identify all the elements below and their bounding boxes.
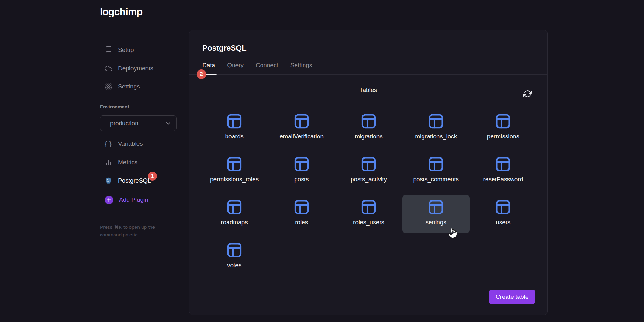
- sidebar-item-postgresql[interactable]: PostgreSQL: [100, 174, 179, 187]
- table-item-votes[interactable]: votes: [201, 238, 268, 276]
- book-icon: [105, 46, 112, 54]
- table-label: boards: [225, 133, 244, 140]
- table-item-roles_users[interactable]: roles_users: [335, 195, 402, 233]
- chevron-down-icon: [165, 120, 172, 127]
- table-label: migrations_lock: [415, 133, 457, 140]
- table-item-roadmaps[interactable]: roadmaps: [201, 195, 268, 233]
- table-label: votes: [227, 262, 242, 269]
- sidebar-item-settings[interactable]: Settings: [100, 80, 179, 93]
- table-icon: [361, 156, 377, 172]
- table-label: roadmaps: [221, 219, 248, 226]
- table-item-posts_comments[interactable]: posts_comments: [402, 152, 470, 190]
- tab-settings[interactable]: Settings: [290, 62, 312, 74]
- table-label: roles_users: [353, 219, 384, 226]
- sidebar-item-label: PostgreSQL: [118, 177, 151, 184]
- sidebar-item-label: Deployments: [118, 65, 153, 72]
- table-label: users: [496, 219, 510, 226]
- table-item-emailVerification[interactable]: emailVerification: [268, 109, 335, 147]
- postgresql-panel: PostgreSQL Data Query Connect Settings 2…: [189, 30, 548, 315]
- table-item-roles[interactable]: roles: [268, 195, 335, 233]
- table-item-settings[interactable]: settings: [402, 195, 470, 233]
- create-table-button[interactable]: Create table: [489, 290, 535, 304]
- table-icon: [428, 156, 444, 172]
- table-item-posts[interactable]: posts: [268, 152, 335, 190]
- bar-chart-icon: [105, 158, 112, 166]
- table-item-posts_activity[interactable]: posts_activity: [335, 152, 402, 190]
- sidebar-item-label: Setup: [118, 46, 134, 53]
- table-icon: [361, 199, 377, 215]
- panel-tabs: Data Query Connect Settings: [202, 62, 312, 74]
- table-item-resetPassword[interactable]: resetPassword: [470, 152, 537, 190]
- table-icon: [294, 113, 310, 129]
- table-icon: [294, 156, 310, 172]
- table-label: roles: [295, 219, 308, 226]
- table-icon: [227, 199, 242, 215]
- tabs-divider: [189, 74, 547, 75]
- panel-title: PostgreSQL: [202, 44, 247, 52]
- app-root: logchimp Setup Deployments Settings Envi…: [0, 0, 644, 322]
- sidebar-item-metrics[interactable]: Metrics: [100, 156, 179, 169]
- table-item-permissions_roles[interactable]: permissions_roles: [201, 152, 268, 190]
- table-icon: [227, 242, 242, 258]
- tab-connect[interactable]: Connect: [256, 62, 278, 74]
- data-tab-badge: 2: [197, 69, 206, 79]
- environment-select-value: production: [110, 120, 138, 127]
- environment-section-label: Environment: [100, 104, 129, 109]
- sidebar-item-label: Settings: [118, 83, 140, 90]
- table-icon: [495, 113, 511, 129]
- sidebar-item-setup[interactable]: Setup: [100, 44, 179, 56]
- table-item-permissions[interactable]: permissions: [470, 109, 537, 147]
- table-label: resetPassword: [483, 176, 523, 183]
- table-icon: [227, 113, 242, 129]
- gear-icon: [105, 83, 112, 90]
- table-icon: [227, 156, 242, 172]
- postgres-icon: [105, 177, 112, 185]
- plus-circle-icon: [105, 196, 113, 204]
- table-icon: [294, 199, 310, 215]
- table-item-migrations_lock[interactable]: migrations_lock: [402, 109, 470, 147]
- add-plugin-label: Add Plugin: [119, 196, 148, 203]
- sidebar-item-label: Variables: [118, 140, 143, 147]
- sidebar-item-label: Metrics: [118, 159, 137, 166]
- table-item-users[interactable]: users: [470, 195, 537, 233]
- tables-heading: Tables: [189, 87, 547, 94]
- table-label: permissions_roles: [210, 176, 259, 183]
- table-icon: [428, 113, 444, 129]
- table-label: posts: [294, 176, 309, 183]
- table-icon: [495, 156, 511, 172]
- table-icon: [495, 199, 511, 215]
- tables-grid: boards emailVerification migrations mi: [201, 109, 537, 276]
- table-icon: [361, 113, 377, 129]
- braces-icon: { }: [105, 140, 112, 148]
- environment-select[interactable]: production: [100, 116, 177, 131]
- table-label: emailVerification: [280, 133, 324, 140]
- add-plugin-button[interactable]: Add Plugin: [100, 193, 179, 206]
- table-label: settings: [425, 219, 446, 226]
- table-item-migrations[interactable]: migrations: [335, 109, 402, 147]
- table-item-boards[interactable]: boards: [201, 109, 268, 147]
- table-label: posts_comments: [413, 176, 459, 183]
- command-palette-hint: Press ⌘K to open up the command palette: [100, 223, 167, 239]
- cloud-icon: [105, 65, 112, 72]
- brand-logo: logchimp: [100, 6, 143, 18]
- table-icon: [428, 199, 444, 215]
- refresh-icon[interactable]: [523, 90, 532, 98]
- postgresql-notification-badge: 1: [148, 172, 157, 181]
- sidebar-item-deployments[interactable]: Deployments: [100, 62, 179, 75]
- table-label: migrations: [355, 133, 383, 140]
- tab-query[interactable]: Query: [227, 62, 244, 74]
- table-label: permissions: [487, 133, 519, 140]
- sidebar-item-variables[interactable]: { } Variables: [100, 137, 179, 150]
- table-label: posts_activity: [351, 176, 387, 183]
